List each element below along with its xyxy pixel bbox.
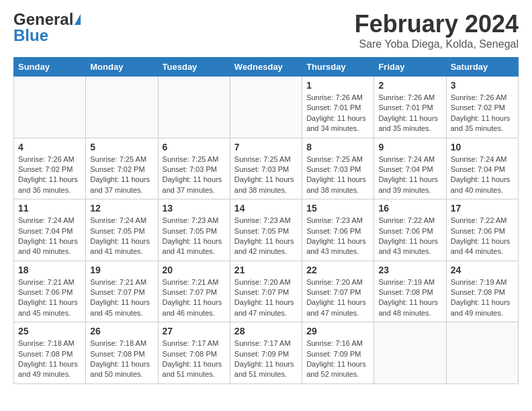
day-number: 27 <box>163 326 226 336</box>
subtitle: Sare Yoba Diega, Kolda, Senegal <box>355 38 519 50</box>
col-sunday: Sunday <box>14 58 86 77</box>
day-cell: 28Sunrise: 7:17 AM Sunset: 7:09 PM Dayli… <box>230 322 302 384</box>
day-info: Sunrise: 7:25 AM Sunset: 7:03 PM Dayligh… <box>163 154 226 196</box>
day-info: Sunrise: 7:25 AM Sunset: 7:03 PM Dayligh… <box>306 154 369 196</box>
day-number: 24 <box>451 265 514 275</box>
logo-image: General Blue <box>13 10 81 45</box>
day-number: 9 <box>378 142 441 152</box>
day-number: 26 <box>90 326 153 336</box>
day-number: 23 <box>378 265 441 275</box>
day-cell: 26Sunrise: 7:18 AM Sunset: 7:08 PM Dayli… <box>86 322 158 384</box>
day-info: Sunrise: 7:26 AM Sunset: 7:01 PM Dayligh… <box>306 93 369 134</box>
day-number: 4 <box>18 142 81 152</box>
day-cell: 10Sunrise: 7:24 AM Sunset: 7:04 PM Dayli… <box>446 138 518 199</box>
day-info: Sunrise: 7:25 AM Sunset: 7:02 PM Dayligh… <box>90 154 153 196</box>
day-number: 11 <box>18 203 81 214</box>
day-info: Sunrise: 7:20 AM Sunset: 7:07 PM Dayligh… <box>234 277 298 319</box>
day-cell: 21Sunrise: 7:20 AM Sunset: 7:07 PM Dayli… <box>230 261 302 322</box>
day-cell <box>446 322 518 384</box>
col-saturday: Saturday <box>446 58 518 77</box>
day-number: 18 <box>18 265 81 275</box>
day-info: Sunrise: 7:22 AM Sunset: 7:06 PM Dayligh… <box>451 216 514 257</box>
calendar-table: Sunday Monday Tuesday Wednesday Thursday… <box>13 57 519 384</box>
day-number: 5 <box>90 142 153 152</box>
week-row-1: 4Sunrise: 7:26 AM Sunset: 7:02 PM Daylig… <box>14 138 519 199</box>
day-cell <box>230 77 302 138</box>
day-info: Sunrise: 7:24 AM Sunset: 7:04 PM Dayligh… <box>451 154 514 196</box>
day-cell: 9Sunrise: 7:24 AM Sunset: 7:04 PM Daylig… <box>374 138 446 199</box>
logo-blue-text: Blue <box>13 26 48 45</box>
day-cell <box>374 322 446 384</box>
day-number: 8 <box>306 142 369 152</box>
day-number: 25 <box>18 326 81 336</box>
day-number: 17 <box>451 203 514 214</box>
day-cell: 4Sunrise: 7:26 AM Sunset: 7:02 PM Daylig… <box>14 138 86 199</box>
day-cell: 19Sunrise: 7:21 AM Sunset: 7:07 PM Dayli… <box>86 261 158 322</box>
day-number: 19 <box>90 265 153 275</box>
day-cell: 8Sunrise: 7:25 AM Sunset: 7:03 PM Daylig… <box>302 138 374 199</box>
day-number: 3 <box>451 80 514 91</box>
day-cell: 1Sunrise: 7:26 AM Sunset: 7:01 PM Daylig… <box>302 77 374 138</box>
day-info: Sunrise: 7:16 AM Sunset: 7:09 PM Dayligh… <box>306 338 369 380</box>
day-info: Sunrise: 7:19 AM Sunset: 7:08 PM Dayligh… <box>451 277 514 319</box>
week-row-2: 11Sunrise: 7:24 AM Sunset: 7:04 PM Dayli… <box>14 199 519 261</box>
day-info: Sunrise: 7:19 AM Sunset: 7:08 PM Dayligh… <box>378 277 441 319</box>
day-number: 6 <box>163 142 226 152</box>
day-cell <box>86 77 158 138</box>
day-cell: 23Sunrise: 7:19 AM Sunset: 7:08 PM Dayli… <box>374 261 446 322</box>
day-info: Sunrise: 7:18 AM Sunset: 7:08 PM Dayligh… <box>90 338 153 380</box>
day-number: 28 <box>234 326 298 336</box>
day-cell: 29Sunrise: 7:16 AM Sunset: 7:09 PM Dayli… <box>302 322 374 384</box>
day-number: 2 <box>378 80 441 91</box>
day-info: Sunrise: 7:23 AM Sunset: 7:05 PM Dayligh… <box>163 216 226 257</box>
day-cell: 14Sunrise: 7:23 AM Sunset: 7:05 PM Dayli… <box>230 199 302 261</box>
header-row: Sunday Monday Tuesday Wednesday Thursday… <box>14 58 519 77</box>
header: General Blue February 2024 Sare Yoba Die… <box>13 10 519 50</box>
day-cell: 16Sunrise: 7:22 AM Sunset: 7:06 PM Dayli… <box>374 199 446 261</box>
week-row-3: 18Sunrise: 7:21 AM Sunset: 7:06 PM Dayli… <box>14 261 519 322</box>
col-wednesday: Wednesday <box>230 58 302 77</box>
day-info: Sunrise: 7:20 AM Sunset: 7:07 PM Dayligh… <box>306 277 369 319</box>
day-cell: 3Sunrise: 7:26 AM Sunset: 7:02 PM Daylig… <box>446 77 518 138</box>
day-cell <box>14 77 86 138</box>
day-info: Sunrise: 7:24 AM Sunset: 7:04 PM Dayligh… <box>378 154 441 196</box>
day-cell: 22Sunrise: 7:20 AM Sunset: 7:07 PM Dayli… <box>302 261 374 322</box>
day-info: Sunrise: 7:26 AM Sunset: 7:02 PM Dayligh… <box>451 93 514 134</box>
col-friday: Friday <box>374 58 446 77</box>
day-cell: 7Sunrise: 7:25 AM Sunset: 7:03 PM Daylig… <box>230 138 302 199</box>
day-info: Sunrise: 7:17 AM Sunset: 7:09 PM Dayligh… <box>234 338 298 380</box>
day-info: Sunrise: 7:24 AM Sunset: 7:04 PM Dayligh… <box>18 216 81 257</box>
day-info: Sunrise: 7:25 AM Sunset: 7:03 PM Dayligh… <box>234 154 298 196</box>
day-number: 14 <box>234 203 298 214</box>
col-tuesday: Tuesday <box>158 58 230 77</box>
day-cell: 12Sunrise: 7:24 AM Sunset: 7:05 PM Dayli… <box>86 199 158 261</box>
day-number: 21 <box>234 265 298 275</box>
day-number: 7 <box>234 142 298 152</box>
logo: General Blue <box>13 10 81 45</box>
logo-triangle-icon <box>75 14 81 25</box>
page: General Blue February 2024 Sare Yoba Die… <box>0 0 532 394</box>
day-number: 16 <box>378 203 441 214</box>
day-number: 29 <box>306 326 369 336</box>
day-info: Sunrise: 7:21 AM Sunset: 7:07 PM Dayligh… <box>90 277 153 319</box>
day-cell: 11Sunrise: 7:24 AM Sunset: 7:04 PM Dayli… <box>14 199 86 261</box>
day-info: Sunrise: 7:26 AM Sunset: 7:01 PM Dayligh… <box>378 93 441 134</box>
day-info: Sunrise: 7:22 AM Sunset: 7:06 PM Dayligh… <box>378 216 441 257</box>
title-section: February 2024 Sare Yoba Diega, Kolda, Se… <box>355 10 519 50</box>
day-cell: 2Sunrise: 7:26 AM Sunset: 7:01 PM Daylig… <box>374 77 446 138</box>
day-cell: 17Sunrise: 7:22 AM Sunset: 7:06 PM Dayli… <box>446 199 518 261</box>
day-number: 20 <box>163 265 226 275</box>
day-cell: 6Sunrise: 7:25 AM Sunset: 7:03 PM Daylig… <box>158 138 230 199</box>
day-info: Sunrise: 7:26 AM Sunset: 7:02 PM Dayligh… <box>18 154 81 196</box>
day-info: Sunrise: 7:24 AM Sunset: 7:05 PM Dayligh… <box>90 216 153 257</box>
main-title: February 2024 <box>355 10 519 38</box>
day-cell: 27Sunrise: 7:17 AM Sunset: 7:08 PM Dayli… <box>158 322 230 384</box>
day-info: Sunrise: 7:18 AM Sunset: 7:08 PM Dayligh… <box>18 338 81 380</box>
day-number: 10 <box>451 142 514 152</box>
week-row-0: 1Sunrise: 7:26 AM Sunset: 7:01 PM Daylig… <box>14 77 519 138</box>
day-cell: 5Sunrise: 7:25 AM Sunset: 7:02 PM Daylig… <box>86 138 158 199</box>
day-info: Sunrise: 7:21 AM Sunset: 7:06 PM Dayligh… <box>18 277 81 319</box>
col-monday: Monday <box>86 58 158 77</box>
week-row-4: 25Sunrise: 7:18 AM Sunset: 7:08 PM Dayli… <box>14 322 519 384</box>
day-cell: 15Sunrise: 7:23 AM Sunset: 7:06 PM Dayli… <box>302 199 374 261</box>
